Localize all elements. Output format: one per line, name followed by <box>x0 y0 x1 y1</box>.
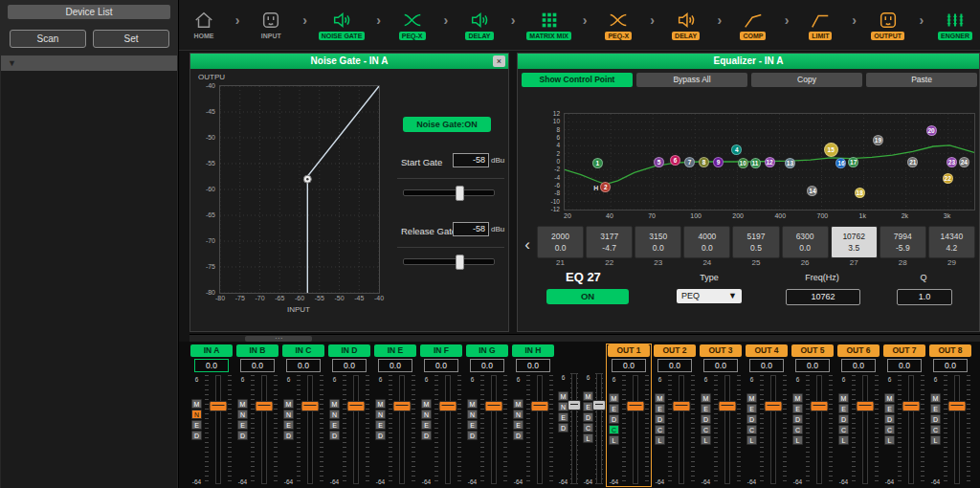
eq-control-point[interactable]: 16 <box>835 158 846 168</box>
channel-button-c[interactable]: C <box>701 425 711 434</box>
eq-band-cell[interactable]: 7994-5.9 <box>880 226 926 258</box>
fader-handle[interactable] <box>393 401 412 411</box>
fader-handle[interactable] <box>256 401 274 411</box>
toolbar-item-home[interactable]: HOME <box>184 10 224 40</box>
channel-button-e[interactable]: E <box>930 404 941 413</box>
channel-button-d[interactable]: D <box>558 423 568 433</box>
eq-control-point[interactable]: 5 <box>654 157 664 167</box>
eq-control-point[interactable]: 15 <box>824 143 838 157</box>
channel-button-l[interactable]: L <box>746 435 757 445</box>
channel-button-n[interactable]: N <box>467 410 478 419</box>
channel-button-d[interactable]: D <box>283 431 294 440</box>
channel-button-e[interactable]: E <box>838 404 849 413</box>
fader-handle[interactable] <box>485 401 503 411</box>
eq-control-point[interactable]: 21 <box>907 157 918 167</box>
channel-button-m[interactable]: M <box>467 399 478 409</box>
eq-on-button[interactable]: ON <box>546 289 629 304</box>
channel-button-d[interactable]: D <box>655 414 665 424</box>
channel-button-n[interactable]: N <box>283 410 294 419</box>
eq-control-point[interactable]: 11 <box>750 158 761 168</box>
fader-track[interactable] <box>434 375 461 484</box>
channel-button-d[interactable]: D <box>930 414 941 424</box>
eq-button-paste[interactable]: Paste <box>866 73 977 87</box>
eq-band-cell[interactable]: 3177-4.7 <box>586 226 633 258</box>
fader-handle[interactable] <box>531 401 549 411</box>
channel-button-n[interactable]: N <box>329 410 340 419</box>
channel-button-l[interactable]: L <box>792 435 803 445</box>
channel-button-m[interactable]: M <box>558 391 568 401</box>
channel-gain-value[interactable]: 0.0 <box>933 359 968 372</box>
channel-gain-value[interactable]: 0.0 <box>286 359 321 372</box>
channel-button-c[interactable]: C <box>746 425 757 434</box>
filter-type-select[interactable]: PEQ ▼ <box>677 289 742 303</box>
eq-button-bypass-all[interactable]: Bypass All <box>636 73 747 87</box>
channel-button-d[interactable]: D <box>701 414 711 424</box>
channel-button-e[interactable]: E <box>329 420 340 430</box>
channel-button-n[interactable]: N <box>513 410 523 419</box>
channel-button-e[interactable]: E <box>655 404 665 413</box>
fader-handle[interactable] <box>210 401 228 411</box>
start-gate-slider[interactable] <box>403 189 495 196</box>
eq-control-point[interactable]: 13 <box>785 158 795 168</box>
channel-button-c[interactable]: C <box>792 425 803 434</box>
set-button[interactable]: Set <box>93 30 169 48</box>
fader-handle[interactable] <box>673 401 691 411</box>
fader-track[interactable] <box>205 375 232 484</box>
release-gate-slider[interactable] <box>403 258 495 265</box>
channel-button-l[interactable]: L <box>609 435 619 445</box>
channel-button-c[interactable]: C <box>884 425 895 434</box>
fader-track[interactable] <box>944 375 970 484</box>
channel-button-m[interactable]: M <box>283 399 294 409</box>
channel-button-m[interactable]: M <box>838 393 849 403</box>
channel-gain-value[interactable]: 0.0 <box>887 359 922 372</box>
channel-button-d[interactable]: D <box>375 431 386 440</box>
channel-button-e[interactable]: E <box>191 420 202 430</box>
eq-control-point[interactable]: 10 <box>738 158 748 168</box>
channel-button-d[interactable]: D <box>329 431 340 440</box>
eq-control-point[interactable]: 12 <box>765 157 775 167</box>
channel-button-m[interactable]: M <box>655 393 665 403</box>
channel-button-m[interactable]: M <box>191 399 202 409</box>
eq-control-point[interactable]: 18 <box>855 188 865 198</box>
eq-band-cell[interactable]: 107623.5 <box>831 226 878 258</box>
channel-button-l[interactable]: L <box>884 435 895 445</box>
start-gate-value[interactable]: -58 <box>453 153 489 167</box>
channel-button-c[interactable]: C <box>609 425 619 434</box>
channel-button-e[interactable]: E <box>237 420 248 430</box>
channel-button-m[interactable]: M <box>746 393 757 403</box>
fader-track[interactable] <box>343 375 369 484</box>
eq-control-point[interactable]: 6 <box>670 155 680 166</box>
eq-control-point[interactable]: 19 <box>873 135 883 145</box>
eq-control-point[interactable]: 24 <box>959 157 969 167</box>
channel-gain-value[interactable]: 0.0 <box>516 359 550 372</box>
release-gate-value[interactable]: -58 <box>453 222 489 236</box>
channel-button-m[interactable]: M <box>237 399 248 409</box>
channel-button-d[interactable]: D <box>838 414 849 424</box>
channel-button-m[interactable]: M <box>375 399 386 409</box>
channel-button-l[interactable]: L <box>838 435 849 445</box>
channel-gain-value[interactable]: 0.0 <box>795 359 830 372</box>
channel-button-d[interactable]: D <box>467 431 478 440</box>
eq-control-point[interactable]: 20 <box>926 125 937 136</box>
channel-button-e[interactable]: E <box>467 420 478 430</box>
toolbar-item-comp[interactable]: COMP <box>733 10 773 40</box>
channel-button-d[interactable]: D <box>513 431 523 440</box>
fader-track[interactable] <box>668 375 695 484</box>
fader-track[interactable] <box>526 375 553 484</box>
channel-button-d[interactable]: D <box>792 414 803 424</box>
fader-handle[interactable] <box>719 401 737 411</box>
eq-control-point[interactable]: 17 <box>848 157 858 167</box>
channel-gain-value[interactable]: 0.0 <box>424 359 458 372</box>
channel-button-d[interactable]: D <box>746 414 757 424</box>
fader-handle[interactable] <box>811 401 829 411</box>
channel-gain-value[interactable]: 0.0 <box>749 359 784 372</box>
channel-button-c[interactable]: C <box>583 423 593 433</box>
toolbar-item-peq-x[interactable]: PEQ-X <box>392 10 433 40</box>
device-list-dropdown[interactable]: ▼ <box>1 55 177 71</box>
toolbar-item-limit[interactable]: LIMIT <box>800 10 840 40</box>
channel-button-m[interactable]: M <box>792 393 803 403</box>
channel-button-m[interactable]: M <box>513 399 523 409</box>
channel-button-d[interactable]: D <box>884 414 895 424</box>
channel-button-m[interactable]: M <box>421 399 432 409</box>
toolbar-item-peq-x[interactable]: PEQ-X <box>598 10 638 40</box>
